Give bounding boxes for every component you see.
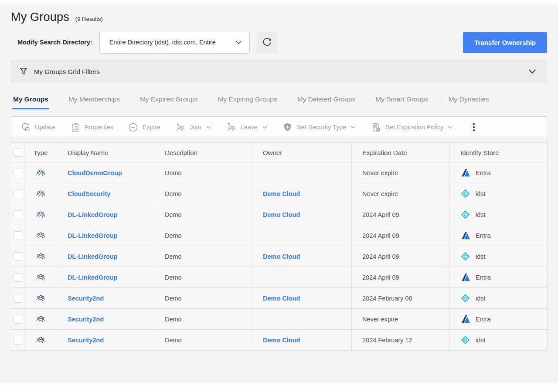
group-icon (35, 189, 47, 199)
people-down-icon (175, 122, 186, 133)
owner-link[interactable]: Demo Cloud (263, 295, 300, 302)
owner-link[interactable]: Demo Cloud (263, 337, 300, 344)
policy-plus-icon (371, 122, 381, 133)
toolbar-set-expiration-policy-button[interactable]: Set Expiration Policy (371, 122, 453, 133)
group-icon (35, 314, 47, 324)
idst-icon (460, 189, 470, 199)
description-cell: Demo (154, 267, 252, 288)
tab-my-deleted-groups[interactable]: My Deleted Groups (296, 95, 357, 109)
identity-store-cell: Entra (460, 272, 547, 282)
footer-strip (0, 383, 558, 392)
entra-icon (460, 168, 470, 178)
expiration-cell: 2024 April 09 (352, 225, 450, 246)
display-name-link[interactable]: DL-LinkedGroup (68, 211, 117, 218)
search-directory-select[interactable]: Entire Directory (idst), idst.com, Entir… (99, 31, 250, 54)
group-icon (35, 251, 47, 262)
expiration-cell: Never expire (352, 309, 450, 330)
expiration-cell: Never expire (352, 162, 450, 183)
owner-link[interactable]: Demo Cloud (263, 190, 300, 197)
display-name-link[interactable]: DL-LinkedGroup (68, 253, 117, 260)
description-cell: Demo (154, 309, 252, 330)
group-icon (35, 272, 47, 283)
group-icon (35, 168, 47, 178)
identity-store-label: idst (476, 190, 486, 197)
search-directory-value: Entire Directory (idst), idst.com, Entir… (109, 39, 235, 46)
row-checkbox[interactable] (14, 294, 22, 303)
grid-filters-bar[interactable]: My Groups Grid Filters (11, 61, 547, 82)
column-header-owner: Owner (252, 143, 352, 162)
description-cell: Demo (154, 162, 252, 183)
identity-store-label: Entra (476, 274, 491, 281)
search-directory-row: Modify Search Directory: Entire Director… (17, 31, 547, 54)
toolbar-item-label: Join (190, 124, 201, 131)
table-row: Security2nd Demo Demo Cloud 2024 Februar… (11, 288, 548, 309)
transfer-ownership-button[interactable]: Transfer Ownership (463, 32, 547, 53)
identity-store-cell: idst (460, 189, 547, 199)
chevron-down-icon (350, 124, 356, 130)
row-checkbox[interactable] (14, 252, 22, 261)
table-row: CloudSecurity Demo Demo Cloud Never expi… (11, 183, 548, 204)
refresh-check-icon (20, 122, 31, 133)
refresh-button[interactable] (257, 32, 278, 53)
owner-link[interactable]: Demo Cloud (263, 211, 300, 218)
display-name-link[interactable]: Security2nd (68, 337, 104, 344)
row-checkbox[interactable] (14, 169, 22, 177)
table-header-row: Type Display Name Description Owner Expi… (11, 143, 548, 162)
column-header-type: Type (24, 143, 57, 162)
row-checkbox[interactable] (14, 231, 22, 240)
tab-my-expired-groups[interactable]: My Expired Groups (139, 95, 199, 109)
expiration-cell: 2024 February 12 (352, 330, 450, 351)
display-name-link[interactable]: CloudDemoGroup (68, 169, 122, 176)
toolbar-join-button[interactable]: Join (175, 122, 211, 133)
owner-link[interactable]: Demo Cloud (263, 253, 300, 260)
chevron-down-icon (262, 124, 268, 130)
select-all-checkbox[interactable] (14, 148, 22, 157)
description-cell: Demo (154, 225, 252, 246)
row-checkbox[interactable] (14, 189, 22, 198)
column-header-description: Description (154, 143, 252, 162)
description-cell: Demo (154, 288, 252, 309)
table-row: Security2nd Demo Never expire Entra (11, 309, 548, 330)
toolbar-leave-button[interactable]: Leave (226, 122, 268, 133)
toolbar-item-label: Set Security Type (297, 124, 346, 131)
identity-store-label: Entra (476, 232, 491, 239)
idst-icon (460, 293, 470, 303)
toolbar-update-button[interactable]: Update (20, 122, 55, 133)
row-checkbox[interactable] (14, 210, 22, 219)
column-header-identity-store: Identity Store (450, 143, 548, 162)
toolbar-set-security-type-button[interactable]: Set Security Type (282, 122, 356, 133)
toolbar-properties-button[interactable]: Properties (70, 122, 113, 133)
toolbar-items: UpdatePropertiesExpireJoinLeaveSet Secur… (20, 122, 453, 133)
description-cell: Demo (154, 183, 252, 204)
group-icon (35, 230, 47, 241)
tab-my-dynasties[interactable]: My Dynasties (448, 95, 490, 109)
identity-store-label: idst (476, 211, 486, 218)
tab-my-memberships[interactable]: My Memberships (68, 95, 121, 109)
tab-my-groups[interactable]: My Groups (12, 95, 49, 109)
toolbar-item-label: Properties (85, 124, 113, 131)
row-checkbox[interactable] (14, 315, 22, 324)
chevron-down-icon (527, 67, 537, 76)
column-header-expiration-date: Expiration Date (352, 143, 450, 162)
chevron-down-icon (447, 124, 453, 130)
toolbar-expire-button[interactable]: Expire (128, 122, 160, 133)
tab-my-expiring-groups[interactable]: My Expiring Groups (217, 95, 278, 109)
people-up-icon (226, 122, 237, 133)
tab-my-smart-groups[interactable]: My Smart Groups (374, 95, 429, 109)
group-icon (35, 335, 47, 345)
table-row: DL-LinkedGroup Demo 2024 April 09 Entra (11, 267, 548, 288)
row-checkbox[interactable] (14, 336, 22, 345)
display-name-link[interactable]: Security2nd (68, 316, 104, 323)
row-checkbox[interactable] (14, 273, 22, 282)
toolbar-item-label: Set Expiration Policy (385, 124, 443, 131)
display-name-link[interactable]: DL-LinkedGroup (68, 274, 117, 281)
display-name-link[interactable]: Security2nd (68, 295, 104, 302)
display-name-link[interactable]: DL-LinkedGroup (68, 232, 117, 239)
kebab-dot (473, 126, 475, 128)
display-name-link[interactable]: CloudSecurity (68, 190, 110, 197)
identity-store-cell: idst (460, 335, 547, 345)
description-cell: Demo (154, 330, 252, 351)
expiration-cell: Never expire (352, 183, 450, 204)
more-options-button[interactable] (470, 121, 478, 133)
kebab-dot (473, 123, 475, 125)
